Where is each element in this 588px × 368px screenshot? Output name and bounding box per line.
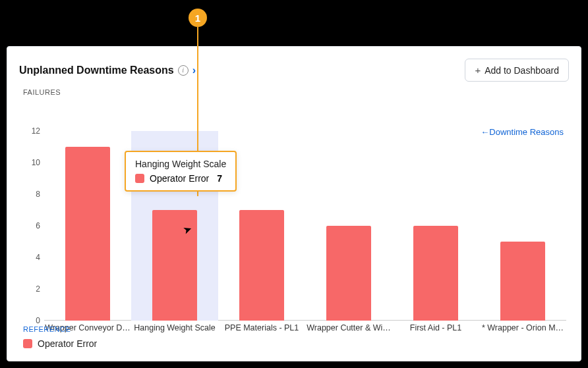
card-header: Unplanned Downtime Reasons i › + Add to … [19,59,569,82]
y-tick-label: 2 [23,284,40,294]
bar[interactable] [65,147,110,321]
chart-plot-area: 024681012Wrapper Conveyor D…Hanging Weig… [44,131,566,321]
tooltip-row: Operator Error 7 [135,173,226,184]
bar[interactable] [500,242,545,321]
legend-swatch [23,339,32,348]
bar[interactable] [326,226,371,321]
y-axis-label: FAILURES [23,88,569,96]
x-tick-label: First Aid - PL1 [392,323,479,332]
x-axis-line [44,320,566,321]
bar[interactable] [239,210,284,321]
x-tick-label: * Wrapper - Orion M… [479,323,566,332]
annotation-number: 1 [195,13,200,24]
legend-label: Operator Error [38,338,97,349]
add-button-label: Add to Dashboard [485,65,559,76]
y-tick-label: 0 [23,316,40,325]
annotation-badge: 1 [189,9,207,27]
plus-icon: + [475,65,481,76]
y-tick-label: 6 [23,221,40,230]
chart-card: Unplanned Downtime Reasons i › + Add to … [7,46,581,361]
card-title: Unplanned Downtime Reasons [19,65,174,76]
y-tick-label: 12 [23,126,40,136]
title-group: Unplanned Downtime Reasons i › [19,65,196,76]
tooltip-swatch [135,174,144,183]
y-tick-label: 4 [23,253,40,262]
y-tick-label: 8 [23,190,40,199]
tooltip-category: Hanging Weight Scale [135,159,226,169]
add-to-dashboard-button[interactable]: + Add to Dashboard [465,59,569,82]
info-icon[interactable]: i [178,65,189,76]
chevron-right-icon[interactable]: › [192,65,196,76]
tooltip-series: Operator Error [150,173,209,184]
y-tick-label: 10 [23,158,40,167]
reference-header: REFERENCE [23,325,71,333]
legend: Operator Error [23,338,97,349]
x-tick-label: PPE Materials - PL1 [218,323,305,332]
chart-tooltip: Hanging Weight Scale Operator Error 7 [125,151,237,192]
x-tick-label: Hanging Weight Scale [131,323,218,332]
x-tick-label: Wrapper Cutter & Wi… [305,323,392,332]
tooltip-value: 7 [217,173,222,184]
bar[interactable] [413,226,458,321]
